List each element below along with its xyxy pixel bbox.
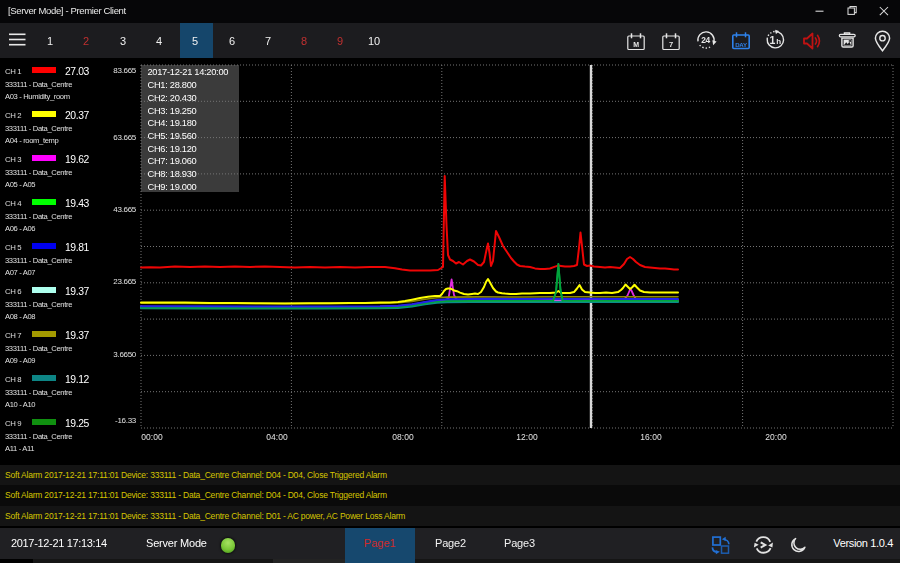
svg-text:DAY: DAY — [735, 41, 747, 48]
svg-text:24: 24 — [701, 35, 710, 45]
svg-text:h: h — [776, 37, 781, 46]
svg-text:7: 7 — [669, 40, 673, 49]
svg-text:1: 1 — [769, 34, 775, 46]
svg-text:M: M — [633, 41, 639, 48]
